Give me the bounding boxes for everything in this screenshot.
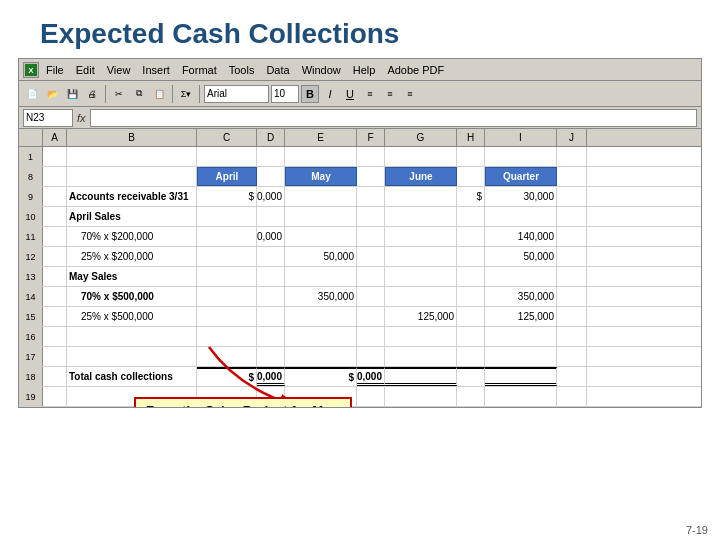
cell-19c[interactable]	[197, 387, 257, 406]
cell-12h[interactable]	[457, 247, 485, 266]
cell-8d[interactable]	[257, 167, 285, 186]
cell-13c[interactable]	[197, 267, 257, 286]
cell-17g[interactable]	[385, 347, 457, 366]
paste-button[interactable]: 📋	[150, 85, 168, 103]
cell-17i[interactable]	[485, 347, 557, 366]
cell-12d[interactable]	[257, 247, 285, 266]
cell-19f[interactable]	[357, 387, 385, 406]
cell-11f[interactable]	[357, 227, 385, 246]
cell-18e[interactable]: $	[285, 367, 357, 386]
cell-18a[interactable]	[43, 367, 67, 386]
cell-1a[interactable]	[43, 147, 67, 166]
cell-13i[interactable]	[485, 267, 557, 286]
cell-10b[interactable]: April Sales	[67, 207, 197, 226]
cell-13b[interactable]: May Sales	[67, 267, 197, 286]
cell-12a[interactable]	[43, 247, 67, 266]
font-name-input[interactable]	[204, 85, 269, 103]
cell-11c[interactable]	[197, 227, 257, 246]
cell-12f[interactable]	[357, 247, 385, 266]
cell-16i[interactable]	[485, 327, 557, 346]
cell-8c-april[interactable]: April	[197, 167, 257, 186]
cell-10g[interactable]	[385, 207, 457, 226]
cell-17j[interactable]	[557, 347, 587, 366]
cell-16h[interactable]	[457, 327, 485, 346]
cell-19a[interactable]	[43, 387, 67, 406]
cell-13j[interactable]	[557, 267, 587, 286]
align-center-button[interactable]: ≡	[381, 85, 399, 103]
col-header-i[interactable]: I	[485, 129, 557, 146]
cell-1j[interactable]	[557, 147, 587, 166]
cell-18h[interactable]	[457, 367, 485, 386]
cell-17b[interactable]	[67, 347, 197, 366]
cell-15i[interactable]: 125,000	[485, 307, 557, 326]
cell-1g[interactable]	[385, 147, 457, 166]
new-button[interactable]: 📄	[23, 85, 41, 103]
cell-12e[interactable]: 50,000	[285, 247, 357, 266]
cell-10e[interactable]	[285, 207, 357, 226]
cell-19d[interactable]	[257, 387, 285, 406]
cell-10c[interactable]	[197, 207, 257, 226]
cell-13d[interactable]	[257, 267, 285, 286]
cell-12c[interactable]	[197, 247, 257, 266]
cell-16c[interactable]	[197, 327, 257, 346]
cell-17a[interactable]	[43, 347, 67, 366]
cell-19i[interactable]	[485, 387, 557, 406]
cell-12i[interactable]: 50,000	[485, 247, 557, 266]
cell-16d[interactable]	[257, 327, 285, 346]
col-header-a[interactable]: A	[43, 129, 67, 146]
sigma-button[interactable]: Σ▾	[177, 85, 195, 103]
cell-10a[interactable]	[43, 207, 67, 226]
cell-15f[interactable]	[357, 307, 385, 326]
menu-insert[interactable]: Insert	[137, 63, 175, 77]
cell-8g-june[interactable]: June	[385, 167, 457, 186]
cell-14c[interactable]	[197, 287, 257, 306]
cell-8h[interactable]	[457, 167, 485, 186]
cell-13a[interactable]	[43, 267, 67, 286]
col-header-h[interactable]: H	[457, 129, 485, 146]
cell-18d[interactable]: 170,000	[257, 367, 285, 386]
cell-11a[interactable]	[43, 227, 67, 246]
copy-button[interactable]: ⧉	[130, 85, 148, 103]
cell-8j[interactable]	[557, 167, 587, 186]
cell-14g[interactable]	[385, 287, 457, 306]
cell-11i[interactable]: 140,000	[485, 227, 557, 246]
cell-11e[interactable]	[285, 227, 357, 246]
cell-8f[interactable]	[357, 167, 385, 186]
cell-19b[interactable]	[67, 387, 197, 406]
cell-11d[interactable]: 140,000	[257, 227, 285, 246]
menu-data[interactable]: Data	[261, 63, 294, 77]
cell-11g[interactable]	[385, 227, 457, 246]
cell-18i[interactable]	[485, 367, 557, 386]
cell-1h[interactable]	[457, 147, 485, 166]
cell-17h[interactable]	[457, 347, 485, 366]
cell-9g[interactable]	[385, 187, 457, 206]
cell-17f[interactable]	[357, 347, 385, 366]
cell-13e[interactable]	[285, 267, 357, 286]
col-header-d[interactable]: D	[257, 129, 285, 146]
cell-9c[interactable]: $	[197, 187, 257, 206]
menu-help[interactable]: Help	[348, 63, 381, 77]
cell-1f[interactable]	[357, 147, 385, 166]
col-header-f[interactable]: F	[357, 129, 385, 146]
cell-16j[interactable]	[557, 327, 587, 346]
cell-9d[interactable]: 30,000	[257, 187, 285, 206]
cell-17d[interactable]	[257, 347, 285, 366]
cell-14f[interactable]	[357, 287, 385, 306]
cell-9i[interactable]: 30,000	[485, 187, 557, 206]
cell-16g[interactable]	[385, 327, 457, 346]
cell-11h[interactable]	[457, 227, 485, 246]
cell-1c[interactable]	[197, 147, 257, 166]
cell-16a[interactable]	[43, 327, 67, 346]
cell-15e[interactable]	[285, 307, 357, 326]
save-button[interactable]: 💾	[63, 85, 81, 103]
cell-16f[interactable]	[357, 327, 385, 346]
bold-button[interactable]: B	[301, 85, 319, 103]
cell-9b[interactable]: Accounts receivable 3/31	[67, 187, 197, 206]
cell-13f[interactable]	[357, 267, 385, 286]
cell-1i[interactable]	[485, 147, 557, 166]
cell-9e[interactable]	[285, 187, 357, 206]
cell-14e[interactable]: 350,000	[285, 287, 357, 306]
cell-14a[interactable]	[43, 287, 67, 306]
cell-15d[interactable]	[257, 307, 285, 326]
cell-18b[interactable]: Total cash collections	[67, 367, 197, 386]
